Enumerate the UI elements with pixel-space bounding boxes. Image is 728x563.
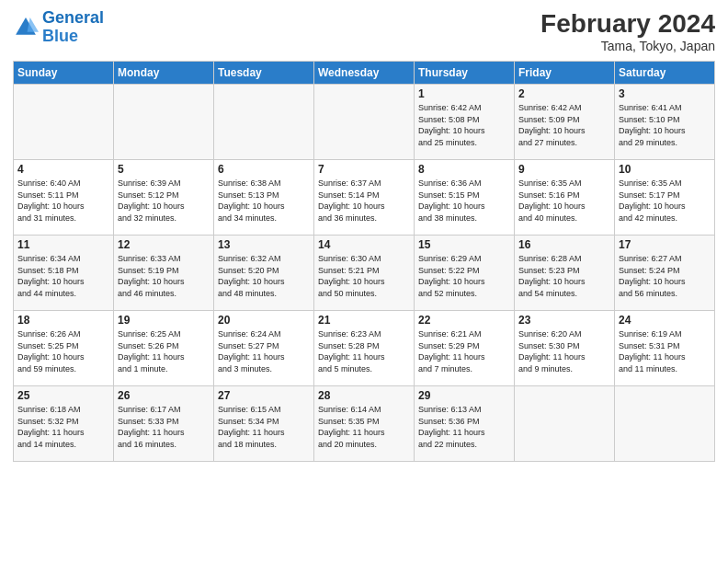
day-number: 9 xyxy=(518,163,610,176)
day-cell: 1Sunrise: 6:42 AM Sunset: 5:08 PM Daylig… xyxy=(415,85,515,160)
day-info: Sunrise: 6:19 AM Sunset: 5:31 PM Dayligh… xyxy=(619,328,711,374)
day-cell: 18Sunrise: 6:26 AM Sunset: 5:25 PM Dayli… xyxy=(14,311,114,386)
day-number: 23 xyxy=(518,314,610,327)
day-number: 22 xyxy=(418,314,510,327)
day-cell: 9Sunrise: 6:35 AM Sunset: 5:16 PM Daylig… xyxy=(515,160,615,236)
logo-text: General Blue xyxy=(42,9,104,46)
week-row-4: 18Sunrise: 6:26 AM Sunset: 5:25 PM Dayli… xyxy=(14,311,715,386)
day-number: 25 xyxy=(17,389,109,402)
day-number: 28 xyxy=(318,389,410,402)
day-cell: 3Sunrise: 6:41 AM Sunset: 5:10 PM Daylig… xyxy=(615,85,715,160)
col-header-thursday: Thursday xyxy=(415,62,515,85)
day-number: 17 xyxy=(619,238,711,251)
day-info: Sunrise: 6:28 AM Sunset: 5:23 PM Dayligh… xyxy=(518,253,610,299)
day-info: Sunrise: 6:36 AM Sunset: 5:15 PM Dayligh… xyxy=(418,178,510,224)
day-cell: 26Sunrise: 6:17 AM Sunset: 5:33 PM Dayli… xyxy=(114,386,214,462)
day-cell: 23Sunrise: 6:20 AM Sunset: 5:30 PM Dayli… xyxy=(515,311,615,386)
day-cell: 28Sunrise: 6:14 AM Sunset: 5:35 PM Dayli… xyxy=(314,386,415,462)
day-info: Sunrise: 6:38 AM Sunset: 5:13 PM Dayligh… xyxy=(218,178,310,224)
day-cell xyxy=(214,85,314,160)
day-info: Sunrise: 6:24 AM Sunset: 5:27 PM Dayligh… xyxy=(218,328,310,374)
day-number: 26 xyxy=(118,389,210,402)
header-row: SundayMondayTuesdayWednesdayThursdayFrid… xyxy=(14,62,715,85)
col-header-saturday: Saturday xyxy=(615,62,715,85)
day-cell: 22Sunrise: 6:21 AM Sunset: 5:29 PM Dayli… xyxy=(415,311,515,386)
day-info: Sunrise: 6:42 AM Sunset: 5:09 PM Dayligh… xyxy=(518,102,610,148)
day-cell: 17Sunrise: 6:27 AM Sunset: 5:24 PM Dayli… xyxy=(615,236,715,311)
day-info: Sunrise: 6:37 AM Sunset: 5:14 PM Dayligh… xyxy=(318,178,410,224)
day-info: Sunrise: 6:21 AM Sunset: 5:29 PM Dayligh… xyxy=(418,328,510,374)
day-info: Sunrise: 6:42 AM Sunset: 5:08 PM Dayligh… xyxy=(418,102,510,148)
day-info: Sunrise: 6:34 AM Sunset: 5:18 PM Dayligh… xyxy=(17,253,109,299)
day-cell: 15Sunrise: 6:29 AM Sunset: 5:22 PM Dayli… xyxy=(415,236,515,311)
day-number: 24 xyxy=(619,314,711,327)
day-number: 1 xyxy=(418,87,510,100)
calendar-subtitle: Tama, Tokyo, Japan xyxy=(540,39,715,53)
day-info: Sunrise: 6:35 AM Sunset: 5:16 PM Dayligh… xyxy=(518,178,610,224)
day-number: 14 xyxy=(318,238,410,251)
day-info: Sunrise: 6:20 AM Sunset: 5:30 PM Dayligh… xyxy=(518,328,610,374)
day-cell: 27Sunrise: 6:15 AM Sunset: 5:34 PM Dayli… xyxy=(214,386,314,462)
day-info: Sunrise: 6:29 AM Sunset: 5:22 PM Dayligh… xyxy=(418,253,510,299)
day-number: 16 xyxy=(518,238,610,251)
col-header-monday: Monday xyxy=(114,62,214,85)
day-number: 18 xyxy=(17,314,109,327)
day-info: Sunrise: 6:26 AM Sunset: 5:25 PM Dayligh… xyxy=(17,328,109,374)
day-info: Sunrise: 6:18 AM Sunset: 5:32 PM Dayligh… xyxy=(17,404,109,450)
day-number: 5 xyxy=(118,163,210,176)
day-info: Sunrise: 6:17 AM Sunset: 5:33 PM Dayligh… xyxy=(118,404,210,450)
week-row-1: 1Sunrise: 6:42 AM Sunset: 5:08 PM Daylig… xyxy=(14,85,715,160)
day-cell xyxy=(515,386,615,462)
day-number: 12 xyxy=(118,238,210,251)
col-header-friday: Friday xyxy=(515,62,615,85)
title-block: February 2024 Tama, Tokyo, Japan xyxy=(540,9,715,53)
day-info: Sunrise: 6:32 AM Sunset: 5:20 PM Dayligh… xyxy=(218,253,310,299)
day-number: 19 xyxy=(118,314,210,327)
day-number: 15 xyxy=(418,238,510,251)
week-row-3: 11Sunrise: 6:34 AM Sunset: 5:18 PM Dayli… xyxy=(14,236,715,311)
week-row-5: 25Sunrise: 6:18 AM Sunset: 5:32 PM Dayli… xyxy=(14,386,715,462)
day-info: Sunrise: 6:15 AM Sunset: 5:34 PM Dayligh… xyxy=(218,404,310,450)
day-cell: 5Sunrise: 6:39 AM Sunset: 5:12 PM Daylig… xyxy=(114,160,214,236)
svg-marker-1 xyxy=(28,17,39,32)
col-header-tuesday: Tuesday xyxy=(214,62,314,85)
day-cell: 2Sunrise: 6:42 AM Sunset: 5:09 PM Daylig… xyxy=(515,85,615,160)
day-info: Sunrise: 6:39 AM Sunset: 5:12 PM Dayligh… xyxy=(118,178,210,224)
day-number: 7 xyxy=(318,163,410,176)
day-number: 2 xyxy=(518,87,610,100)
day-number: 21 xyxy=(318,314,410,327)
day-info: Sunrise: 6:40 AM Sunset: 5:11 PM Dayligh… xyxy=(17,178,109,224)
day-cell xyxy=(615,386,715,462)
day-info: Sunrise: 6:27 AM Sunset: 5:24 PM Dayligh… xyxy=(619,253,711,299)
day-number: 3 xyxy=(619,87,711,100)
day-cell: 4Sunrise: 6:40 AM Sunset: 5:11 PM Daylig… xyxy=(14,160,114,236)
day-info: Sunrise: 6:25 AM Sunset: 5:26 PM Dayligh… xyxy=(118,328,210,374)
day-number: 27 xyxy=(218,389,310,402)
day-cell: 16Sunrise: 6:28 AM Sunset: 5:23 PM Dayli… xyxy=(515,236,615,311)
day-number: 4 xyxy=(17,163,109,176)
col-header-sunday: Sunday xyxy=(14,62,114,85)
day-cell: 11Sunrise: 6:34 AM Sunset: 5:18 PM Dayli… xyxy=(14,236,114,311)
day-number: 10 xyxy=(619,163,711,176)
day-cell: 7Sunrise: 6:37 AM Sunset: 5:14 PM Daylig… xyxy=(314,160,415,236)
day-cell: 10Sunrise: 6:35 AM Sunset: 5:17 PM Dayli… xyxy=(615,160,715,236)
day-cell: 14Sunrise: 6:30 AM Sunset: 5:21 PM Dayli… xyxy=(314,236,415,311)
day-info: Sunrise: 6:41 AM Sunset: 5:10 PM Dayligh… xyxy=(619,102,711,148)
day-number: 11 xyxy=(17,238,109,251)
day-cell xyxy=(314,85,415,160)
day-number: 6 xyxy=(218,163,310,176)
logo: General Blue xyxy=(13,9,104,46)
header: General Blue February 2024 Tama, Tokyo, … xyxy=(13,9,715,53)
day-cell: 20Sunrise: 6:24 AM Sunset: 5:27 PM Dayli… xyxy=(214,311,314,386)
logo-icon xyxy=(13,15,39,40)
day-info: Sunrise: 6:13 AM Sunset: 5:36 PM Dayligh… xyxy=(418,404,510,450)
day-cell: 19Sunrise: 6:25 AM Sunset: 5:26 PM Dayli… xyxy=(114,311,214,386)
week-row-2: 4Sunrise: 6:40 AM Sunset: 5:11 PM Daylig… xyxy=(14,160,715,236)
day-info: Sunrise: 6:35 AM Sunset: 5:17 PM Dayligh… xyxy=(619,178,711,224)
day-cell xyxy=(114,85,214,160)
day-cell: 25Sunrise: 6:18 AM Sunset: 5:32 PM Dayli… xyxy=(14,386,114,462)
calendar-table: SundayMondayTuesdayWednesdayThursdayFrid… xyxy=(13,61,715,462)
day-cell: 21Sunrise: 6:23 AM Sunset: 5:28 PM Dayli… xyxy=(314,311,415,386)
day-number: 29 xyxy=(418,389,510,402)
calendar-title: February 2024 xyxy=(540,9,715,39)
